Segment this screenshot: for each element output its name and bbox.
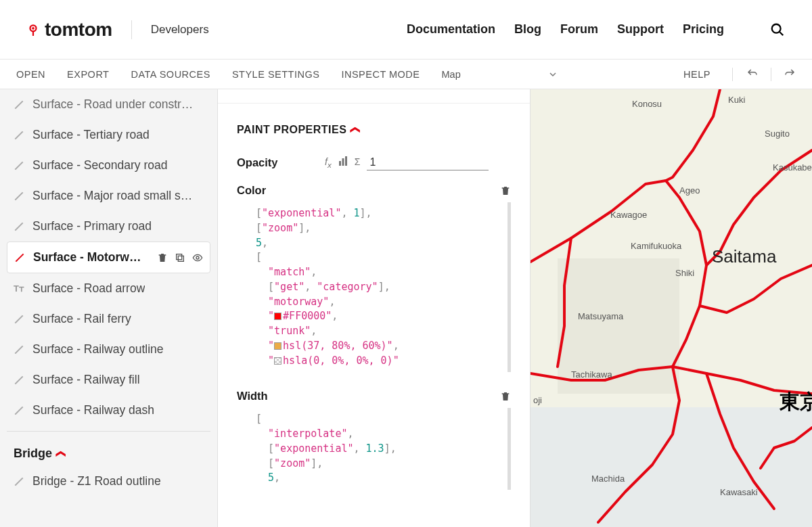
layer-item[interactable]: Bridge - Z1 Road outline [7,466,210,497]
map-place-label: oji [533,395,542,405]
toolbar-export[interactable]: EXPORT [67,69,109,80]
layer-item[interactable]: Surface - Rail ferry [7,304,210,334]
trash-icon[interactable] [500,391,511,402]
layer-label: Surface - Railway fill [32,373,140,387]
line-layer-icon [15,222,24,231]
divider [7,431,210,432]
svg-point-5 [196,256,199,259]
map-place-label: Tachikawa [571,369,612,380]
line-layer-icon [15,375,24,384]
color-swatch [274,342,281,350]
layer-item[interactable]: Surface - Road under constr… [7,89,210,120]
panel-title[interactable]: PAINT PROPERTIES ❮ [237,124,511,136]
chevron-down-icon [549,70,557,78]
undo-redo-group [732,68,796,81]
toolbar-help[interactable]: HELP [683,69,710,80]
line-layer-icon [15,100,24,109]
layer-item[interactable]: Surface - Major road small s… [7,181,210,211]
layer-item[interactable]: Surface - Tertiary road [7,120,210,150]
fx-icon[interactable]: fx [325,156,332,169]
trash-icon[interactable] [500,185,511,196]
opacity-input[interactable] [367,155,489,170]
layer-item[interactable]: Surface - Railway fill [7,365,210,395]
toolbar-style-settings[interactable]: STYLE SETTINGS [232,69,319,80]
trash-icon[interactable] [157,252,168,263]
layer-list: Surface - Road under constr…Surface - Te… [0,89,217,426]
layer-item[interactable]: Surface - Railway outline [7,334,210,365]
header: tomtom Developers Documentation Blog For… [0,0,812,60]
layer-label: Surface - Primary road [32,219,152,233]
visibility-icon[interactable] [192,252,203,263]
color-swatch [274,357,281,365]
line-layer-icon [15,131,24,139]
layer-item[interactable]: Surface - Secondary road [7,150,210,181]
duplicate-icon[interactable] [175,252,185,263]
svg-rect-10 [531,400,812,527]
undo-icon[interactable] [746,68,759,80]
properties-panel: PAINT PROPERTIES ❮ Opacity fx Σ Color [218,89,531,527]
developers-label[interactable]: Developers [151,23,209,37]
width-block: Width [ "interpolate", ["exponential", 1… [237,390,511,490]
map-place-label: Ageo [679,185,700,196]
svg-rect-7 [342,158,344,166]
svg-rect-6 [339,161,341,166]
svg-point-1 [32,26,35,29]
color-code[interactable]: ["exponential", 1],["zoom"],5,[ "match",… [237,202,511,372]
bars-icon[interactable] [338,156,348,169]
layer-item[interactable]: Surface - Primary road [7,211,210,242]
line-layer-icon [15,345,24,354]
color-label: Color [237,184,500,197]
line-layer-icon [15,315,24,323]
layer-actions [157,252,203,263]
toolbar-inspect-mode[interactable]: INSPECT MODE [341,69,420,80]
opacity-row: Opacity fx Σ [237,155,511,170]
nav-forum[interactable]: Forum [560,22,598,37]
logo[interactable]: tomtom [27,19,112,41]
map-place-label: Machida [591,474,625,484]
search-icon[interactable] [770,22,785,37]
map-canvas [531,89,812,527]
logo-text: tomtom [45,19,112,41]
color-block: Color ["exponential", 1],["zoom"],5,[ "m… [237,184,511,372]
layer-label: Surface - Motorw… [33,250,141,265]
toolbar: OPEN EXPORT DATA SOURCES STYLE SETTINGS … [0,60,812,89]
nav-support[interactable]: Support [617,22,664,37]
chevron-up-icon: ❮ [56,450,67,458]
bridge-layer-list: Bridge - Z1 Road outline [0,466,217,497]
svg-point-2 [772,24,781,32]
nav-pricing[interactable]: Pricing [683,22,724,37]
section-bridge[interactable]: Bridge ❮ [0,437,217,466]
logo-pin-icon [27,24,39,36]
chevron-up-icon: ❮ [351,126,362,135]
layer-label: Surface - Road under constr… [32,97,193,112]
opacity-label: Opacity [237,156,318,169]
layer-item[interactable]: Surface - Motorw… [7,242,210,273]
map-place-label: Kawasaki [720,487,758,497]
layer-label: Surface - Major road small s… [32,189,192,203]
nav-blog[interactable]: Blog [514,22,541,37]
sigma-icon[interactable]: Σ [355,156,361,169]
layer-label: Surface - Railway dash [32,403,154,417]
nav-documentation[interactable]: Documentation [407,22,495,37]
layer-label: Surface - Railway outline [32,342,164,357]
color-swatch [274,313,281,320]
svg-rect-8 [345,156,347,166]
map-place-label: Kasukabe [773,162,812,173]
map-preview[interactable]: KonosuKukiSugitoKasukabeAgeoKawagoeKamif… [531,89,812,527]
layer-label: Surface - Secondary road [32,158,167,173]
line-layer-icon [15,477,24,486]
layer-item[interactable]: Surface - Railway dash [7,395,210,426]
redo-icon[interactable] [784,68,796,80]
map-place-label: 東京 [780,388,812,416]
width-code[interactable]: [ "interpolate", ["exponential", 1.3], [… [237,408,511,490]
map-place-label: Kuki [728,95,745,105]
layer-item[interactable]: TᴛSurface - Road arrow [7,273,210,304]
opacity-tools: fx Σ [325,156,360,169]
mode-select[interactable]: Map [442,69,557,80]
toolbar-data-sources[interactable]: DATA SOURCES [131,69,210,80]
map-place-label: Saitama [712,246,776,267]
section-title: Bridge [14,446,52,461]
toolbar-open[interactable]: OPEN [16,69,45,80]
layer-label: Surface - Rail ferry [32,312,131,326]
text-layer-icon: Tᴛ [14,283,24,294]
